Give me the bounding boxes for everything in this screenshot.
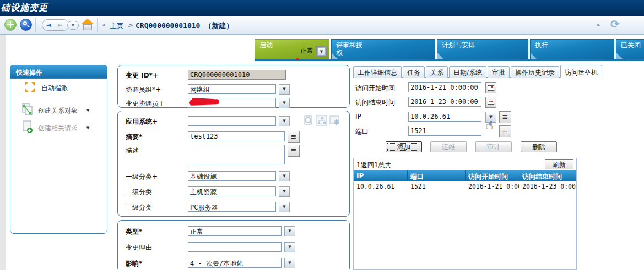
window-gear-icon[interactable] — [329, 115, 340, 126]
delete-button[interactable]: 删除 — [521, 141, 557, 152]
chevron-down-icon[interactable]: ▼ — [317, 47, 326, 56]
doc-search-icon[interactable] — [303, 115, 314, 126]
detail-tabs: 工作详细信息 任务 关系 日期/系统 审批 操作历史记录 访问堡垒机 — [353, 66, 603, 78]
sidebar-item-auto-assign[interactable]: 自动指派 — [41, 84, 68, 93]
access-start-calendar-button[interactable] — [485, 82, 496, 93]
change-id-label: 变更 ID*+ — [126, 71, 158, 80]
toolbar-divider — [35, 18, 36, 32]
coordinator-group-dropdown-button[interactable]: ▼ — [279, 84, 290, 95]
access-start-field[interactable]: 2016-1-21 0:00:00 — [408, 82, 481, 92]
audit-button: 审计 — [475, 141, 512, 152]
coordinator-group-label: 协调员组*+ — [126, 85, 161, 95]
left-gutter — [0, 35, 6, 270]
tab-tasks[interactable]: 任务 — [403, 66, 425, 78]
tab-bastion[interactable]: 访问堡垒机 — [560, 65, 602, 78]
port-field[interactable]: 1521 — [408, 126, 481, 136]
window-title: 础设施变更 — [1, 2, 48, 14]
breadcrumb-current: CRQ000000001010 （新建） — [136, 21, 233, 31]
bastion-grid: 1返回1总共 刷新 IP 端口 访问开始时间 访问结束时间 10.0.26.61… — [353, 158, 577, 270]
workflow-stage-plan[interactable]: 计划与安排 — [437, 39, 528, 59]
sidebar-item-create-request[interactable]: 创建相关请求 — [38, 124, 78, 133]
search-button[interactable] — [20, 19, 32, 31]
workflow-stage-execute[interactable]: 执行 — [530, 39, 614, 59]
column-header-port[interactable]: 端口 — [408, 170, 466, 181]
description-expand-button[interactable]: ≡ — [288, 145, 300, 157]
access-end-field[interactable]: 2016-1-23 0:00:00 — [408, 97, 481, 107]
app-system-field[interactable] — [188, 116, 276, 126]
window-title-bar: 础设施变更 — [0, 0, 644, 16]
chevron-down-icon[interactable]: ▼ — [86, 126, 89, 130]
breadcrumb-separator: > — [128, 21, 133, 29]
refresh-icon[interactable]: ⟳ — [610, 18, 620, 31]
form-group-classification: 应用系统+ ▼ 摘要* test123 ≡ 描述 ≡ 一级分类+ 基础设施 ▼ … — [117, 111, 350, 217]
change-coordinator-dropdown-button[interactable]: ▼ — [279, 98, 290, 108]
workflow-stage-start[interactable]: 启动 正常 ▼ — [255, 39, 329, 59]
calendar-icon — [488, 100, 494, 105]
create-request-icon — [21, 120, 34, 134]
org-chart-icon[interactable] — [316, 115, 327, 126]
mouse-cursor-hand: ☝ — [486, 119, 493, 132]
tab-relations[interactable]: 关系 — [426, 66, 448, 78]
access-end-calendar-button[interactable] — [485, 97, 496, 108]
new-request-button[interactable] — [4, 19, 17, 31]
add-button[interactable]: 添加 — [386, 141, 422, 152]
form-group-identity: 变更 ID*+ CRQ000000001010 协调员组*+ 网络组 ▼ 变更协… — [117, 65, 350, 108]
category2-label: 二级分类 — [126, 188, 152, 197]
port-expand-button[interactable]: ≡ — [499, 125, 511, 137]
breadcrumb-scroll-left-icon[interactable]: ◄ — [101, 22, 105, 27]
workflow-stage-review[interactable]: 评审和授权 — [331, 39, 435, 59]
app-system-dropdown-button[interactable]: ▼ — [279, 116, 290, 126]
quick-actions-header: 快速操作 — [10, 65, 107, 79]
tab-dates-system[interactable]: 日期/系统 — [449, 66, 486, 78]
summary-label: 摘要* — [126, 133, 142, 142]
table-row[interactable]: 10.0.26.61 1521 2016-1-21 0:00:00 2016-1… — [354, 181, 576, 191]
category3-dropdown-button[interactable]: ▼ — [279, 202, 290, 212]
tab-history[interactable]: 操作历史记录 — [511, 66, 559, 78]
column-header-start[interactable]: 访问开始时间 — [466, 170, 519, 181]
search-icon — [23, 21, 27, 25]
stage-label: 评审和授权 — [336, 41, 367, 57]
cell-start: 2016-1-21 0:00:00 — [466, 181, 519, 191]
type-dropdown-button[interactable]: ▼ — [284, 226, 295, 236]
chevron-down-icon[interactable]: ▼ — [86, 108, 89, 113]
history-dropdown-button[interactable]: ▼ — [67, 21, 79, 30]
tab-work-detail[interactable]: 工作详细信息 — [353, 66, 402, 78]
stage-status-select[interactable]: ▼ — [316, 46, 327, 57]
category1-label: 一级分类+ — [126, 172, 158, 181]
reason-field[interactable] — [188, 242, 282, 252]
category3-field[interactable]: PC服务器 — [188, 202, 276, 212]
breadcrumb-scroll-right-icon[interactable]: ► — [597, 22, 601, 27]
cell-ip: 10.0.26.61 — [354, 181, 408, 191]
summary-expand-button[interactable]: ≡ — [288, 131, 300, 143]
type-field[interactable]: 正常 — [188, 226, 282, 236]
app-system-label: 应用系统+ — [126, 117, 158, 126]
impact-dropdown-button[interactable]: ▼ — [284, 258, 295, 268]
form-group-type: 类型* 正常 ▼ 变更理由 ▼ 影响* 4 - 次要/本地化 ▼ — [117, 220, 350, 270]
tab-approval[interactable]: 审批 — [488, 66, 510, 78]
coordinator-group-field[interactable]: 网络组 — [188, 84, 276, 94]
workflow-stage-closed[interactable]: 已关闭 — [616, 39, 644, 59]
summary-field[interactable]: test123 — [188, 131, 285, 141]
toolbar-divider — [97, 18, 98, 32]
column-header-end[interactable]: 访问结束时间 — [519, 170, 576, 181]
breadcrumb-home-link[interactable]: 主页 — [110, 21, 123, 31]
stage-status-value: 正常 — [300, 46, 313, 56]
description-label: 描述 — [126, 146, 139, 156]
sidebar-item-create-relation[interactable]: 创建关系对象 — [38, 106, 78, 115]
description-field[interactable] — [188, 145, 285, 164]
category2-field[interactable]: 主机资源 — [188, 186, 276, 196]
category2-dropdown-button[interactable]: ▼ — [279, 186, 290, 197]
refresh-button[interactable]: 刷新 — [545, 159, 573, 169]
category1-field[interactable]: 基础设施 — [188, 171, 276, 181]
red-dot-marker — [296, 58, 299, 60]
column-header-ip[interactable]: IP — [354, 170, 408, 181]
quick-actions-panel: 快速操作 自动指派 创建关系对象 ▼ 创建相关请求 ▼ — [10, 65, 107, 234]
back-icon[interactable]: ◄ — [46, 21, 51, 29]
home-button[interactable] — [80, 18, 95, 31]
ip-field[interactable]: 10.0.26.61 — [408, 112, 481, 122]
forward-icon[interactable]: ► — [58, 21, 62, 29]
category1-dropdown-button[interactable]: ▼ — [279, 171, 290, 181]
reason-dropdown-button[interactable]: ▼ — [284, 242, 295, 252]
ip-expand-button[interactable]: ≡ — [499, 111, 511, 123]
impact-field[interactable]: 4 - 次要/本地化 — [188, 258, 282, 268]
